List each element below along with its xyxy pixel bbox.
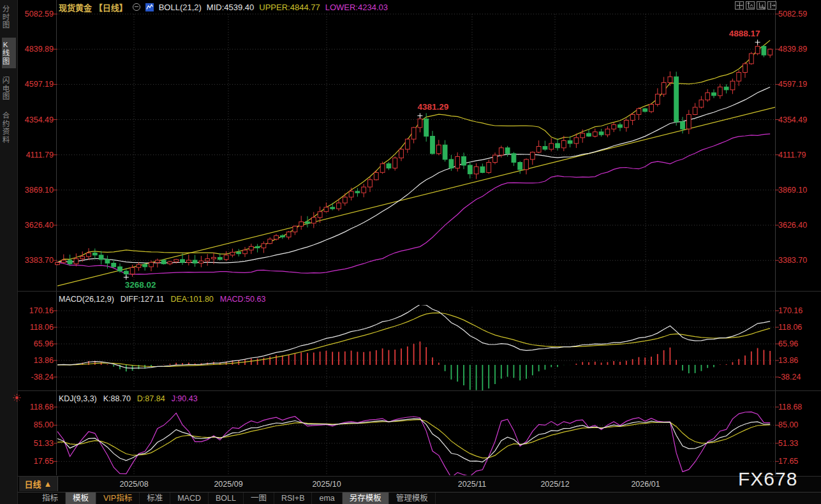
price-annotation: 4888.17 <box>729 29 760 38</box>
chart-header: 现货黄金 【日线】 BOLL(21,2) MID:4539.40 UPPER:4… <box>59 2 388 12</box>
axis-tick-label: -38.24 <box>778 373 817 382</box>
axis-zoom-icon[interactable] <box>746 1 755 10</box>
sidebar-item-闪电图[interactable]: 闪电图 <box>2 73 16 104</box>
axis-tick-label: 4111.79 <box>18 151 54 159</box>
axis-tick-label: 4354.49 <box>778 115 817 124</box>
axis-tick-label: 118.06 <box>778 323 817 332</box>
period-selector[interactable]: 日线 ▲ <box>19 477 58 491</box>
tab-VIP指标[interactable]: VIP指标 <box>96 493 140 504</box>
macd-panel-chart[interactable] <box>0 305 821 390</box>
watermark-logo: FX678 <box>738 468 797 490</box>
axis-tick-label: 4597.19 <box>778 80 817 89</box>
axis-tick-label: 13.86 <box>778 356 817 365</box>
axis-tick-label: 17.65 <box>778 457 817 466</box>
month-label: 2025/11 <box>458 480 486 489</box>
axis-tick-label: 85.00 <box>18 420 54 429</box>
axis-tick-label: 85.00 <box>778 420 817 429</box>
month-label: 2025/12 <box>540 480 569 489</box>
axis-tick-label: 13.86 <box>18 356 54 365</box>
macd-macd-value: MACD:50.63 <box>220 295 266 304</box>
month-label: 2026/01 <box>631 480 660 489</box>
axis-tick-label: 4354.49 <box>18 115 54 124</box>
sidebar-item-分时图[interactable]: 分时图 <box>2 2 16 33</box>
tab-MACD[interactable]: MACD <box>170 493 209 504</box>
month-label: 2025/08 <box>119 480 148 489</box>
axis-tick-label: 3383.70 <box>778 256 817 265</box>
axis-tick-label: 3383.70 <box>18 256 54 265</box>
axis-tick-label: 170.16 <box>18 306 54 315</box>
sidebar-item-K线图[interactable]: K线图 <box>2 38 16 68</box>
axis-tick-label: 4839.89 <box>18 45 54 54</box>
axis-tick-label: 3869.10 <box>778 186 817 195</box>
left-sidebar: 分时图K线图闪电图合约资料 <box>0 0 18 504</box>
alert-sun-icon[interactable] <box>13 393 21 404</box>
axis-tick-label: 118.68 <box>18 403 54 411</box>
period-arrow-icon: ▲ <box>44 479 52 489</box>
symbol-title: 现货黄金 <box>59 3 92 13</box>
macd-header: MACD(26,12,9) DIFF:127.11 DEA:101.80 MAC… <box>59 295 265 304</box>
main-candlestick-chart[interactable] <box>0 0 821 292</box>
axis-tick-label: 51.33 <box>18 439 54 448</box>
axis-tick-label: 3869.10 <box>18 186 54 195</box>
axis-tick-label: 65.96 <box>18 339 54 348</box>
macd-kdj-separator <box>18 390 821 391</box>
axis-tick-label: 4597.19 <box>18 80 54 89</box>
tab-模板[interactable]: 模板 <box>66 493 96 504</box>
tab-RSI+B[interactable]: RSI+B <box>274 493 312 504</box>
axis-tick-label: 118.68 <box>778 403 817 411</box>
axis-tick-label: 118.06 <box>18 323 54 332</box>
tab-一图[interactable]: 一图 <box>244 493 274 504</box>
period-label: 日线 <box>25 478 41 490</box>
exit-chart-icon[interactable] <box>767 1 776 10</box>
axis-tick-label: 3626.40 <box>778 221 817 230</box>
axis-pan-icon[interactable] <box>757 1 766 10</box>
collapse-icon[interactable] <box>133 3 140 11</box>
month-label: 2025/10 <box>312 480 341 489</box>
kdj-k-value: K:88.70 <box>103 394 131 403</box>
crosshair-icon[interactable] <box>735 1 744 10</box>
axis-tick-label: -38.24 <box>18 373 54 382</box>
kdj-d-value: D:87.84 <box>137 394 165 403</box>
axis-tick-label: 170.16 <box>778 306 817 315</box>
chart-application: 分时图K线图闪电图合约资料 现货黄金 【日线】 BOLL(21,2) MID:4… <box>0 0 821 504</box>
axis-tick-label: 51.33 <box>778 439 817 448</box>
axis-tick-label: 3626.40 <box>18 221 54 230</box>
axis-tick-label: 65.96 <box>778 339 817 348</box>
bottom-tabbar: 指标模板VIP指标标准MACDBOLL一图RSI+Bema另存模板管理模板 <box>18 492 821 504</box>
price-annotation: 3268.02 <box>125 280 156 290</box>
sidebar-item-合约资料[interactable]: 合约资料 <box>2 108 16 147</box>
tab-ema[interactable]: ema <box>312 493 342 504</box>
chart-type-icon[interactable] <box>145 3 154 11</box>
kdj-panel-chart[interactable] <box>0 393 821 475</box>
boll-mid-value: MID:4539.40 <box>207 3 254 12</box>
axis-tick-label: 5082.59 <box>18 10 54 19</box>
macd-diff-value: DIFF:127.11 <box>121 295 165 304</box>
macd-label: MACD(26,12,9) <box>59 295 114 304</box>
axis-tick-label: 4111.79 <box>778 151 817 159</box>
kdj-label: KDJ(9,3,3) <box>59 394 97 403</box>
tab-指标[interactable]: 指标 <box>35 493 66 504</box>
axis-tick-label: 17.65 <box>18 457 54 466</box>
kdj-header: KDJ(9,3,3) K:88.70 D:87.84 J:90.43 <box>59 394 198 403</box>
macd-dea-value: DEA:101.80 <box>170 295 213 304</box>
month-label: 2025/09 <box>214 480 242 489</box>
price-annotation: 4381.29 <box>417 102 448 112</box>
boll-label: BOLL(21,2) <box>159 3 202 12</box>
kdj-j-value: J:90.43 <box>172 394 198 403</box>
tab-管理模板[interactable]: 管理模板 <box>389 493 436 504</box>
tab-另存模板[interactable]: 另存模板 <box>343 493 389 504</box>
boll-lower-value: LOWER:4234.03 <box>325 3 388 12</box>
tab-BOLL[interactable]: BOLL <box>209 493 244 504</box>
period-tag: 【日线】 <box>94 3 128 13</box>
boll-upper-value: UPPER:4844.77 <box>259 3 320 12</box>
axis-tick-label: 4839.89 <box>778 45 817 54</box>
tab-标准[interactable]: 标准 <box>140 493 170 504</box>
axis-tick-label: 5082.59 <box>778 10 817 19</box>
chart-toolbar <box>735 1 776 10</box>
